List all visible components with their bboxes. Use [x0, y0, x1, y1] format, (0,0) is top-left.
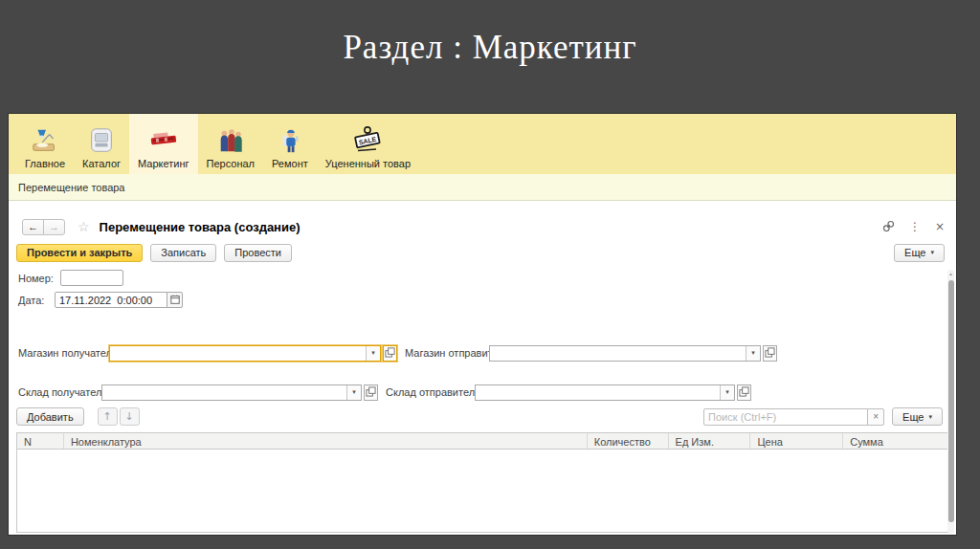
store-receiver-open-button[interactable]	[383, 345, 397, 362]
date-input[interactable]	[55, 292, 167, 308]
column-header-quantity[interactable]: Количество	[588, 433, 669, 449]
chevron-down-icon[interactable]: ▾	[720, 385, 734, 400]
warehouse-sender-input[interactable]	[476, 386, 720, 398]
open-form-icon	[366, 385, 376, 400]
ribbon-tab-label: Главное	[25, 158, 65, 169]
column-header-n[interactable]: N	[17, 433, 64, 449]
arrow-down-icon: ↓	[125, 410, 134, 423]
history-nav: ← →	[22, 219, 65, 235]
desk-lamp-icon	[31, 125, 59, 156]
chevron-down-icon: ▾	[928, 413, 932, 421]
warehouse-receiver-open-button[interactable]	[364, 384, 378, 401]
number-label: Номер:	[18, 273, 60, 284]
back-button[interactable]: ←	[22, 219, 44, 235]
slide-title: Раздел : Маркетинг	[0, 29, 980, 67]
clear-search-button[interactable]: ×	[867, 408, 884, 426]
items-more-button[interactable]: Еще ▾	[892, 407, 943, 426]
warehouse-sender-open-button[interactable]	[737, 384, 751, 401]
scrollbar-thumb[interactable]	[948, 280, 954, 522]
warehouse-receiver-label: Склад получатель:	[18, 386, 101, 398]
document-tab[interactable]: Перемещение товара	[18, 182, 124, 193]
forward-arrow-icon: →	[49, 221, 59, 232]
back-arrow-icon: ←	[28, 221, 38, 232]
column-header-price[interactable]: Цена	[750, 433, 843, 449]
catalog-icon	[87, 125, 116, 156]
ribbon-tab-label: Маркетинг	[138, 158, 189, 169]
number-row: Номер:	[18, 270, 123, 286]
post-button[interactable]: Провести	[224, 244, 292, 262]
more-label: Еще	[902, 411, 924, 423]
chevron-down-icon: ▾	[930, 249, 934, 256]
ribbon-tab-main[interactable]: Главное	[16, 114, 74, 174]
post-and-close-button[interactable]: Провести и закрыть	[16, 244, 143, 262]
open-form-icon	[765, 346, 775, 361]
chevron-down-icon[interactable]: ▾	[346, 385, 361, 400]
warehouses-row: Склад получатель: ▾ Склад отправитель:	[18, 384, 943, 401]
people-icon	[215, 125, 246, 156]
add-row-button[interactable]: Добавить	[16, 407, 84, 426]
items-toolbar: Добавить ↑ ↓ × Еще ▾	[16, 407, 943, 426]
ribbon-tab-label: Ремонт	[272, 158, 308, 169]
vertical-scrollbar[interactable]: ▴	[947, 270, 954, 534]
form-title: Перемещение товара (создание)	[100, 220, 301, 234]
items-table-header: N Номенклатура Количество Ед Изм. Цена С…	[16, 432, 948, 450]
document-form: ← → ☆ Перемещение товара (создание) ⋮ ×	[9, 201, 956, 535]
favorite-star-icon[interactable]: ☆	[78, 219, 90, 234]
store-sender-label: Магазин отправитель:	[405, 347, 489, 359]
chevron-down-icon[interactable]: ▾	[366, 346, 380, 361]
search-group: ×	[703, 408, 884, 426]
store-sender-input[interactable]	[490, 347, 746, 359]
scroll-up-icon[interactable]: ▴	[947, 271, 954, 276]
close-icon[interactable]: ×	[935, 221, 945, 232]
ribbon-tab-discounted[interactable]: SALE Уцененный товар	[317, 114, 419, 174]
write-button[interactable]: Записать	[150, 244, 216, 262]
marketing-icon	[147, 125, 180, 156]
link-icon[interactable]	[882, 220, 895, 234]
date-row: Дата:	[18, 292, 183, 308]
form-title-row: ← → ☆ Перемещение товара (создание) ⋮ ×	[22, 216, 945, 237]
command-bar: Провести и закрыть Записать Провести Еще…	[16, 243, 945, 262]
calendar-button[interactable]	[167, 292, 183, 308]
kebab-menu-icon[interactable]: ⋮	[909, 221, 921, 232]
more-label: Еще	[904, 247, 925, 258]
number-input[interactable]	[60, 270, 123, 286]
window-icons: ⋮ ×	[882, 220, 945, 234]
sale-tag-icon: SALE	[350, 125, 385, 156]
ribbon-tab-label: Каталог	[82, 158, 121, 169]
open-form-icon	[385, 346, 395, 361]
store-receiver-input[interactable]	[110, 347, 366, 359]
ribbon-tab-repair[interactable]: Ремонт	[263, 114, 317, 174]
store-receiver-label: Магазин получатель:	[18, 347, 109, 359]
warehouse-sender-label: Склад отправитель:	[386, 386, 475, 398]
ribbon-tab-label: Уцененный товар	[325, 158, 411, 169]
ribbon-tab-label: Персонал	[207, 158, 256, 169]
clear-icon: ×	[873, 411, 879, 422]
stores-row: Магазин получатель: ▾ Магазин отправител…	[18, 344, 943, 362]
move-up-button[interactable]: ↑	[98, 407, 118, 426]
arrow-up-icon: ↑	[103, 410, 112, 423]
ribbon-tab-marketing[interactable]: Маркетинг	[129, 114, 197, 174]
store-sender-combo: ▾	[489, 345, 761, 362]
ribbon-tab-personnel[interactable]: Персонал	[198, 114, 264, 174]
move-down-button[interactable]: ↓	[120, 407, 140, 426]
section-ribbon: Главное Каталог	[9, 114, 956, 174]
column-header-sum[interactable]: Сумма	[843, 433, 947, 449]
column-header-nomenclature[interactable]: Номенклатура	[64, 433, 588, 449]
items-table-body[interactable]	[16, 450, 948, 533]
column-header-unit[interactable]: Ед Изм.	[669, 433, 751, 449]
store-receiver-combo: ▾	[109, 345, 381, 362]
warehouse-sender-combo: ▾	[475, 384, 735, 401]
search-input[interactable]	[703, 408, 868, 426]
store-sender-open-button[interactable]	[763, 345, 777, 362]
open-documents-bar: Перемещение товара	[9, 174, 956, 201]
presentation-slide: Раздел : Маркетинг Главное	[0, 0, 980, 549]
forward-button[interactable]: →	[43, 219, 65, 235]
calendar-icon	[170, 293, 180, 307]
ribbon-tab-catalog[interactable]: Каталог	[74, 114, 129, 174]
form-more-button[interactable]: Еще ▾	[894, 244, 945, 262]
warehouse-receiver-combo: ▾	[101, 384, 362, 401]
date-label: Дата:	[18, 295, 55, 306]
chevron-down-icon[interactable]: ▾	[746, 346, 760, 361]
repairman-icon	[276, 125, 304, 156]
warehouse-receiver-input[interactable]	[102, 386, 346, 398]
